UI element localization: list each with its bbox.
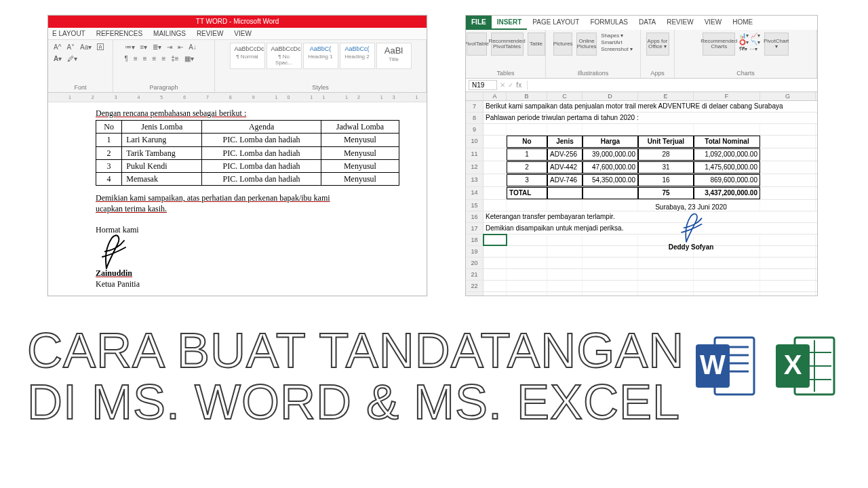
tab-review[interactable]: REVIEW	[661, 16, 698, 30]
sign-title: Ketua Panitia	[96, 279, 399, 289]
cancel-icon[interactable]: ✕	[500, 81, 505, 89]
smartart-button[interactable]: SmartArt	[601, 39, 633, 45]
apps-button[interactable]: Apps for Office ▾	[646, 33, 669, 56]
excel-column-headers[interactable]: ABCDEFGH	[466, 92, 817, 101]
tables-group-label: Tables	[496, 70, 514, 77]
word-ruler[interactable]: 1 2 3 4 5 6 7 8 9 10 11 12 13 14 15 16 1…	[48, 93, 427, 102]
illustrations-group-label: Illustrations	[578, 70, 609, 77]
footer-title: CARA BUAT TANDATANGAN DI MS. WORD & MS. …	[27, 325, 685, 428]
paragraph-label: Paragraph	[149, 84, 178, 91]
charts-group-label: Charts	[736, 70, 755, 77]
tab-insert[interactable]: INSERT	[492, 16, 528, 30]
name-box[interactable]: N19	[469, 80, 497, 90]
screenshot-button[interactable]: Screenshot ▾	[601, 46, 633, 52]
salutation: Hormat kami	[96, 224, 399, 235]
svg-text:W: W	[700, 350, 726, 380]
tab-view[interactable]: VIEW	[699, 16, 728, 30]
online-pictures-button[interactable]: Online Pictures	[576, 33, 597, 56]
excel-signature-block: Surabaya, 23 Juni 2020 Deddy Sofyan	[650, 203, 732, 251]
word-document-area[interactable]: Dengan rencana pembahasan sebagai beriku…	[48, 102, 427, 295]
word-window: TT WORD - Microsoft Word E LAYOUT REFERE…	[47, 15, 427, 296]
font-group-icons[interactable]: A^A˅Aa▾🄰 A▾🖉▾	[52, 43, 108, 63]
text-line2: Pahlawan periode triwulan pertama di tah…	[484, 113, 818, 123]
font-group-label: Font	[74, 84, 86, 91]
word-menu-bar: E LAYOUT REFERENCES MAILINGS REVIEW VIEW	[48, 28, 427, 40]
apps-group-label: Apps	[650, 70, 665, 77]
sign-name: Zainuddin	[96, 268, 399, 279]
fx-label[interactable]: fx	[516, 81, 521, 89]
doc-closing2: ucapkan terima kasih.	[96, 203, 399, 214]
shapes-button[interactable]: Shapes ▾	[601, 33, 633, 39]
doc-intro: Dengan rencana pembahasan sebagai beriku…	[96, 108, 399, 119]
tab-formulas[interactable]: FORMULAS	[585, 16, 633, 30]
menu-mailings[interactable]: MAILINGS	[153, 30, 186, 37]
tab-file[interactable]: FILE	[466, 16, 492, 30]
excel-namebox-row: N19 ✕ ✓ fx	[466, 79, 817, 92]
pivottable-button[interactable]: PivotTable	[467, 33, 487, 56]
menu-review[interactable]: REVIEW	[197, 30, 223, 37]
sign-place: Surabaya, 23 Juni 2020	[650, 203, 732, 211]
pivotchart-button[interactable]: PivotChart ▾	[764, 33, 789, 56]
styles-label: Styles	[312, 84, 329, 91]
excel-window: FILE INSERT PAGE LAYOUT FORMULAS DATA RE…	[465, 15, 818, 296]
recommended-charts-button[interactable]: Recommended Charts	[703, 33, 735, 56]
excel-logo-icon: X	[772, 332, 840, 400]
menu-references[interactable]: REFERENCES	[96, 30, 142, 37]
enter-icon[interactable]: ✓	[508, 81, 513, 89]
paragraph-icons[interactable]: ≔▾≡▾≣▾⇥⇤A↓¶ ≡≡≡≡‡≡▦▾	[123, 43, 205, 63]
menu-view[interactable]: VIEW	[234, 30, 252, 37]
pictures-button[interactable]: Pictures	[553, 33, 572, 56]
signature-icon	[673, 210, 709, 245]
chart-type-icons[interactable]: 📊▾ 📈▾⭕▾ 📉▾🗺▾ ⋯▾	[739, 33, 760, 52]
word-logo-icon: W	[692, 332, 760, 400]
tab-data[interactable]: DATA	[633, 16, 661, 30]
doc-closing1: Demikian kami sampaikan, atas perhatian …	[96, 192, 399, 203]
excel-grid[interactable]: 7Berikut kami sampaikan data penjualan m…	[466, 101, 817, 296]
styles-gallery[interactable]: AaBbCcDc¶ Normal AaBbCcDc¶ No Spac... Aa…	[230, 43, 412, 69]
tab-home[interactable]: HOME	[727, 16, 758, 30]
footer-icons: W X	[692, 332, 840, 400]
recommended-pivot-button[interactable]: Recommended PivotTables	[491, 33, 524, 56]
formula-bar[interactable]	[527, 81, 814, 90]
svg-text:X: X	[784, 350, 802, 380]
table-button[interactable]: Table	[528, 33, 545, 56]
word-ribbon: A^A˅Aa▾🄰 A▾🖉▾ Font ≔▾≡▾≣▾⇥⇤A↓¶ ≡≡≡≡‡≡▦▾ …	[48, 40, 427, 93]
excel-tabs: FILE INSERT PAGE LAYOUT FORMULAS DATA RE…	[466, 16, 817, 30]
text-line1: Berikut kami sampaikan data penjualan mo…	[484, 101, 818, 112]
excel-ribbon: PivotTable Recommended PivotTables Table…	[466, 30, 817, 79]
tab-pagelayout[interactable]: PAGE LAYOUT	[527, 16, 585, 30]
doc-table: No Jenis Lomba Agenda Jadwal Lomba 1Lari…	[96, 120, 399, 186]
sign-name: Deddy Sofyan	[650, 243, 732, 251]
word-title-bar: TT WORD - Microsoft Word	[48, 16, 427, 28]
signature-icon	[93, 231, 134, 272]
menu-layout[interactable]: E LAYOUT	[52, 30, 85, 37]
